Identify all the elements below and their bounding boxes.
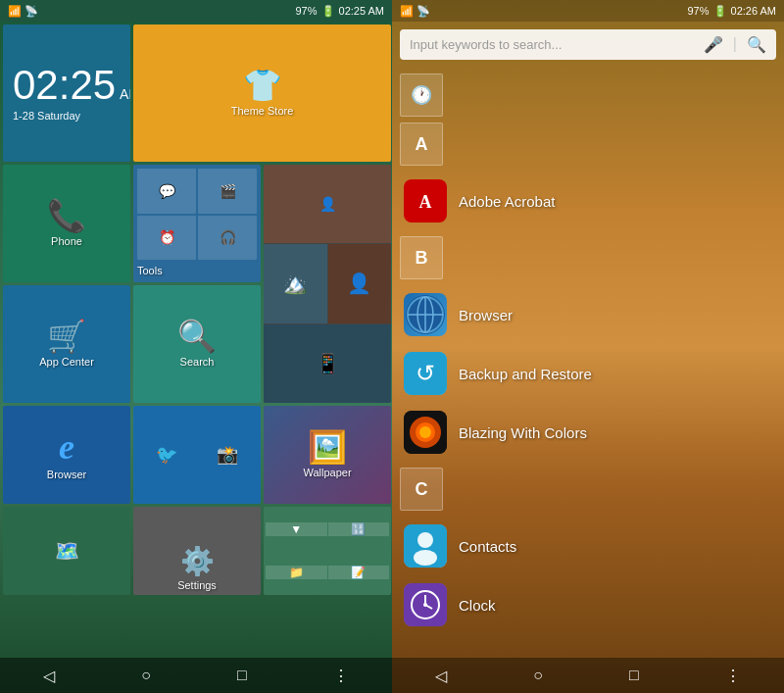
- svg-point-14: [417, 532, 433, 548]
- map-icon: 🗺️: [55, 539, 79, 563]
- b-label: B: [416, 248, 428, 269]
- svg-text:A: A: [419, 192, 432, 212]
- battery-left: 97%: [295, 5, 317, 17]
- battery-icon-left: 🔋: [321, 5, 335, 18]
- menu-button-right[interactable]: ⋮: [713, 663, 753, 689]
- photo-3: 👤: [328, 244, 392, 322]
- nav-bar-left: ◁ ○ □ ⋮: [0, 658, 392, 693]
- signal-icons: 📶 📡: [8, 5, 38, 18]
- a-label: A: [416, 134, 428, 155]
- left-screen: 📶 📡 97% 🔋 02:25 AM 02:25 AM 1-28 Saturda…: [0, 0, 392, 693]
- back-button-left[interactable]: ◁: [31, 663, 67, 689]
- misc-icon-2: 🔢: [328, 522, 390, 536]
- wallpaper-tile[interactable]: 🖼️ Wallpaper: [264, 406, 391, 504]
- nav-bar-right: ◁ ○ □ ⋮: [392, 658, 784, 693]
- clock-app-name: Clock: [459, 597, 496, 614]
- svg-point-20: [423, 603, 427, 607]
- clock-tile[interactable]: 02:25 AM 1-28 Saturday: [3, 25, 130, 162]
- back-button-right[interactable]: ◁: [423, 663, 459, 689]
- adobe-acrobat-item[interactable]: A Adobe Acrobat: [400, 172, 776, 230]
- a-section-header[interactable]: A: [400, 123, 443, 166]
- recent-icon: 🕐: [411, 84, 432, 106]
- blazing-item[interactable]: Blazing With Colors: [400, 403, 776, 462]
- search-actions: 🎤 | 🔍: [704, 35, 766, 54]
- browser-app-name: Browser: [459, 307, 513, 323]
- home-button-left[interactable]: ○: [129, 663, 163, 688]
- settings-label: Settings: [177, 579, 217, 591]
- battery-icon-right: 🔋: [713, 5, 727, 18]
- appcenter-tile[interactable]: 🛒 App Center: [3, 285, 130, 403]
- home-button-right[interactable]: ○: [521, 663, 555, 688]
- adobe-acrobat-name: Adobe Acrobat: [459, 193, 555, 210]
- app-list: 🕐 A A Adobe Acrobat B: [392, 68, 784, 658]
- mic-icon[interactable]: 🎤: [704, 35, 723, 54]
- blazing-icon-wrap: [404, 411, 447, 454]
- svg-point-15: [414, 550, 437, 566]
- contacts-item[interactable]: Contacts: [400, 517, 776, 575]
- wallpaper-icon: 🖼️: [308, 431, 347, 463]
- svg-point-12: [419, 426, 431, 438]
- time-right: 02:26 AM: [731, 5, 776, 17]
- appcenter-label: App Center: [39, 356, 94, 368]
- settings-icon: ⚙️: [180, 548, 215, 575]
- phone-icon: 📞: [47, 200, 86, 231]
- browser-tile[interactable]: e Browser: [3, 406, 130, 504]
- phone-tile[interactable]: 📞 Phone: [3, 165, 130, 282]
- tools-mini-3: ⏰: [137, 216, 196, 261]
- photos-collage: 👤 🏔️ 👤 📱: [264, 165, 391, 403]
- misc-icon-1: ▼: [266, 522, 327, 536]
- recent-button-left[interactable]: □: [225, 663, 259, 688]
- misc-tile[interactable]: ▼ 🔢 📁 📝: [264, 507, 391, 595]
- recent-button-right[interactable]: □: [617, 663, 651, 688]
- search-tile[interactable]: 🔍 Search: [133, 285, 261, 403]
- signal-icons-right: 📶 📡: [400, 5, 430, 18]
- clock-date: 1-28 Saturday: [13, 110, 80, 122]
- browser-item[interactable]: Browser: [400, 285, 776, 344]
- social-tile[interactable]: 🐦 📸: [133, 406, 261, 504]
- clock-time: 02:25: [13, 65, 116, 106]
- tools-mini-1: 💬: [137, 169, 196, 214]
- signal-icon-right: 📶: [400, 5, 414, 17]
- tools-mini-4: 🎧: [198, 216, 257, 261]
- adobe-acrobat-icon: A: [404, 179, 447, 223]
- misc-icon-3: 📁: [266, 566, 327, 579]
- map-tile[interactable]: 🗺️: [3, 507, 130, 595]
- photo-1: 👤: [264, 165, 391, 243]
- contacts-name: Contacts: [459, 538, 516, 555]
- search-bar[interactable]: Input keywords to search... 🎤 | 🔍: [400, 29, 776, 60]
- menu-button-left[interactable]: ⋮: [321, 663, 361, 689]
- right-content: 📶 📡 97% 🔋 02:26 AM Input keywords to sea…: [392, 0, 784, 693]
- misc-icon-4: 📝: [328, 566, 390, 579]
- battery-right: 97%: [687, 5, 709, 17]
- search-icon-tile: 🔍: [177, 321, 217, 352]
- blazing-name: Blazing With Colors: [459, 424, 587, 441]
- search-placeholder[interactable]: Input keywords to search...: [410, 37, 696, 52]
- theme-icon: 👕: [243, 70, 282, 101]
- tools-label: Tools: [137, 263, 257, 278]
- recent-section-header[interactable]: 🕐: [400, 74, 443, 117]
- search-label: Search: [180, 356, 215, 368]
- clock-ampm: AM: [120, 86, 130, 102]
- photos-tile[interactable]: 👤 🏔️ 👤 📱: [264, 165, 391, 403]
- browser-icon-tile: e: [59, 429, 74, 465]
- svg-text:↺: ↺: [416, 360, 435, 386]
- photo-2: 🏔️: [264, 244, 327, 322]
- divider: |: [733, 35, 737, 54]
- signal-icon: 📶: [8, 5, 22, 18]
- contacts-icon-wrap: [404, 524, 447, 568]
- backup-item[interactable]: ↺ Backup and Restore: [400, 344, 776, 403]
- wifi-icon-right: 📡: [416, 5, 430, 17]
- c-section-header[interactable]: C: [400, 468, 443, 511]
- tools-tile[interactable]: 💬 🎬 ⏰ 🎧 Tools: [133, 165, 261, 282]
- backup-icon-wrap: ↺: [404, 352, 447, 395]
- right-screen: 📶 📡 97% 🔋 02:26 AM Input keywords to sea…: [392, 0, 784, 693]
- clock-item[interactable]: Clock: [400, 575, 776, 634]
- status-right-info: 97% 🔋 02:26 AM: [687, 5, 776, 18]
- settings-tile[interactable]: ⚙️ Settings: [133, 507, 261, 595]
- search-icon-right[interactable]: 🔍: [747, 35, 766, 54]
- appcenter-icon: 🛒: [47, 321, 86, 352]
- phone-label: Phone: [51, 235, 82, 247]
- b-section-header[interactable]: B: [400, 236, 443, 279]
- browser-app-icon: [404, 293, 447, 336]
- theme-store-tile[interactable]: 👕 Theme Store: [133, 25, 391, 162]
